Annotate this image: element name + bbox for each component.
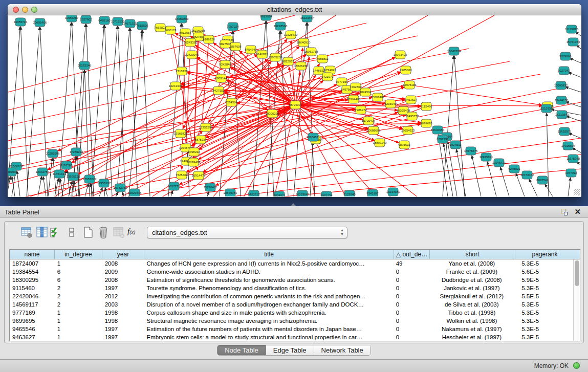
graph-node-9242848[interactable]: 9242848 <box>219 60 231 69</box>
graph-node-16914479[interactable]: 16914479 <box>192 171 206 180</box>
graph-node-18626158[interactable]: 18626158 <box>294 62 308 70</box>
graph-node-15885209[interactable]: 15885209 <box>269 53 282 61</box>
delete-table-icon[interactable] <box>112 226 125 239</box>
graph-node-1421072[interactable]: 1421072 <box>321 73 334 81</box>
column-header-title[interactable]: title <box>144 250 394 259</box>
column-header-out_de[interactable]: △ out_de… <box>394 250 430 259</box>
graph-node-2867608[interactable]: 2867608 <box>229 42 242 51</box>
graph-node-9699695[interactable]: 9699695 <box>420 119 432 127</box>
graph-node-9657771[interactable]: 9657771 <box>168 182 180 190</box>
graph-node-20053346[interactable]: 20053346 <box>78 61 92 70</box>
graph-node-17016504[interactable]: 17016504 <box>561 142 575 150</box>
graph-node-8186328[interactable]: 8186328 <box>203 35 215 43</box>
table-row[interactable]: 1938455462009Genome-wide association stu… <box>10 268 573 276</box>
scrollbar-thumb[interactable] <box>575 260 579 286</box>
graph-node-20691406[interactable]: 20691406 <box>33 18 47 27</box>
graph-node-7485063[interactable]: 7485063 <box>400 66 412 74</box>
graph-node-8897541[interactable]: 8897541 <box>536 176 549 184</box>
graph-node-3824534[interactable]: 3824534 <box>359 88 372 96</box>
graph-node-15751074[interactable]: 15751074 <box>567 38 580 46</box>
table-row[interactable]: 1456911722003Disruption of a novel membe… <box>10 300 573 309</box>
table-body[interactable]: 1872400712008Changes of HCN gene express… <box>10 259 573 341</box>
graph-node-7986372[interactable]: 7986372 <box>355 106 367 114</box>
graph-node-19218596[interactable]: 19218596 <box>274 22 288 30</box>
graph-node-16648784[interactable]: 16648784 <box>447 47 461 55</box>
graph-node-7625402[interactable]: 7625402 <box>176 171 188 179</box>
graph-node-6793193[interactable]: 6793193 <box>437 135 449 143</box>
graph-node-9146821[interactable]: 9146821 <box>256 50 268 58</box>
table-scrollbar[interactable] <box>573 259 580 341</box>
network-canvas[interactable]: 1872400786601237663822891295418226058982… <box>8 15 581 196</box>
resize-grip-icon[interactable] <box>574 189 580 195</box>
table-row[interactable]: 2242004622012Investigating the contribut… <box>10 292 573 300</box>
table-type-segmented-control[interactable]: Node TableEdge TableNetwork Table <box>217 345 371 356</box>
graph-node-8454749[interactable]: 8454749 <box>245 46 257 54</box>
graph-node-9822037[interactable]: 9822037 <box>282 57 294 65</box>
graph-node-14671355[interactable]: 14671355 <box>123 19 137 28</box>
graph-node-9498222[interactable]: 9498222 <box>188 148 200 156</box>
column-header-in_degree[interactable]: in_degree <box>55 250 102 259</box>
graph-node-12975115[interactable]: 12975115 <box>403 81 417 89</box>
delete-rows-icon[interactable] <box>97 226 110 239</box>
graph-node-15716485[interactable]: 15716485 <box>204 183 217 191</box>
graph-node-9924502[interactable]: 9924502 <box>449 141 462 149</box>
tab-edge-table[interactable]: Edge Table <box>266 345 314 355</box>
graph-node-8427552[interactable]: 8427552 <box>212 86 225 95</box>
graph-node-9345102[interactable]: 9345102 <box>366 189 379 196</box>
column-header-year[interactable]: year <box>102 250 144 259</box>
graph-node-10688609[interactable]: 10688609 <box>367 126 381 135</box>
table-row[interactable]: 1872400712008Changes of HCN gene express… <box>10 259 573 268</box>
graph-node-10293847[interactable]: 10293847 <box>296 190 310 196</box>
graph-node-10543392[interactable]: 10543392 <box>184 38 198 47</box>
graph-node-19654923[interactable]: 19654923 <box>401 126 415 135</box>
graph-node-11675348[interactable]: 11675348 <box>567 155 580 163</box>
table-row[interactable]: 911546021997Tourette syndrome. Phenomeno… <box>10 284 573 292</box>
graph-node-20364486[interactable]: 20364486 <box>347 95 361 103</box>
graph-node-12923446[interactable]: 12923446 <box>128 189 142 196</box>
graph-node-16961758[interactable]: 16961758 <box>304 48 318 56</box>
citation-network-graph[interactable]: 1872400786601237663822891295418226058982… <box>8 15 581 196</box>
column-header-pagerank[interactable]: pagerank <box>515 250 574 259</box>
window-titlebar[interactable]: citations_edges.txt <box>8 4 581 15</box>
graph-node-10234981[interactable]: 10234981 <box>386 188 400 196</box>
graph-node-9981234[interactable]: 9981234 <box>320 191 333 196</box>
graph-node-18724007[interactable]: 18724007 <box>289 101 302 109</box>
graph-node-12935821[interactable]: 12935821 <box>480 153 493 161</box>
graph-node-11129876[interactable]: 11129876 <box>565 25 578 33</box>
graph-node-6466160[interactable]: 6466160 <box>98 16 111 25</box>
graph-node-13958167[interactable]: 13958167 <box>97 179 111 187</box>
graph-node-10346721[interactable]: 10346721 <box>492 159 506 167</box>
graph-node-10653287[interactable]: 10653287 <box>65 15 79 22</box>
row-height-icon[interactable] <box>65 226 78 239</box>
graph-node-8912954[interactable]: 8912954 <box>179 29 191 37</box>
column-header-short[interactable]: short <box>430 250 515 259</box>
graph-node-3915901[interactable]: 3915901 <box>8 168 17 176</box>
graph-node-15123467[interactable]: 15123467 <box>300 15 314 22</box>
graph-node-9450312[interactable]: 9450312 <box>248 190 260 196</box>
graph-node-20206596[interactable]: 20206596 <box>46 149 60 158</box>
graph-node-9777169[interactable]: 9777169 <box>336 78 348 86</box>
graph-node-17359924[interactable]: 17359924 <box>70 148 83 156</box>
graph-node-18300295[interactable]: 18300295 <box>266 110 279 118</box>
graph-node-7515526[interactable]: 7515526 <box>136 21 148 30</box>
close-panel-icon[interactable]: ✕ <box>574 207 581 216</box>
column-visibility-icon[interactable] <box>35 226 49 239</box>
graph-node-7663822[interactable]: 7663822 <box>154 24 166 32</box>
tab-network-table[interactable]: Network Table <box>314 345 371 355</box>
graph-node-9463627[interactable]: 9463627 <box>405 96 417 104</box>
graph-node-9227343[interactable]: 9227343 <box>558 67 570 75</box>
column-header-name[interactable]: name <box>10 250 55 259</box>
table-settings-icon[interactable] <box>20 226 33 239</box>
memory-ok-indicator-icon[interactable] <box>573 362 580 369</box>
graph-node-7955812[interactable]: 7955812 <box>316 55 329 63</box>
graph-node-15720437[interactable]: 15720437 <box>362 117 376 125</box>
graph-node-8834921[interactable]: 8834921 <box>273 191 286 196</box>
graph-node-9875692[interactable]: 9875692 <box>398 141 410 149</box>
select-all-rows-icon[interactable] <box>49 226 62 239</box>
graph-node-16495758[interactable]: 16495758 <box>405 112 419 120</box>
network-view-window[interactable]: citations_edges.txt 18724007866012376638… <box>8 4 581 197</box>
graph-node-2803144[interactable]: 2803144 <box>215 74 227 82</box>
function-builder-icon[interactable]: f(x) <box>127 227 145 236</box>
graph-node-19166822[interactable]: 19166822 <box>174 129 188 138</box>
graph-node-11451914[interactable]: 11451914 <box>53 170 67 178</box>
